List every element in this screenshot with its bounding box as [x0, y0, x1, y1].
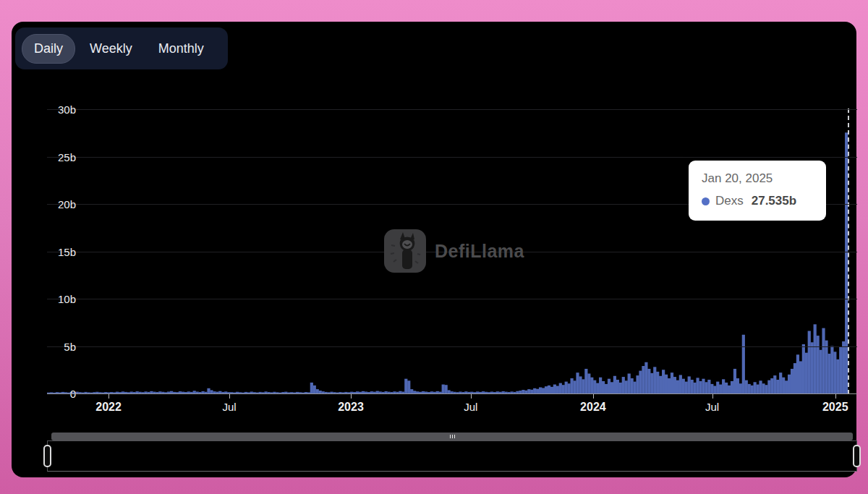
gridline	[47, 157, 857, 158]
datazoom-right-handle[interactable]	[853, 445, 861, 467]
x-axis-label: 2024	[580, 401, 606, 414]
x-axis-tick	[109, 394, 109, 399]
grip-icon	[450, 435, 451, 438]
y-axis-label: 15b	[25, 246, 76, 258]
tooltip-series-value: 27.535b	[752, 194, 796, 208]
x-axis-tick	[351, 394, 352, 399]
plot-area[interactable]: 30b25b20b15b10b5b0	[47, 109, 857, 393]
x-axis-label: Jul	[705, 401, 719, 413]
x-axis-label: Jul	[222, 401, 236, 413]
x-axis-line	[47, 393, 857, 394]
series-dot-icon	[702, 197, 710, 205]
gridline	[47, 299, 857, 299]
x-axis-tick	[593, 394, 594, 399]
chart-panel: DailyWeeklyMonthly 30b25b20b15b10b5b0 20…	[12, 22, 856, 477]
datazoom-left-handle[interactable]	[43, 445, 51, 467]
x-axis-label: Jul	[464, 401, 477, 413]
x-axis-tick	[712, 394, 713, 399]
gridline	[47, 346, 857, 347]
x-axis-tick	[229, 394, 230, 399]
x-axis-tick	[471, 394, 472, 399]
tooltip-series-name: Dexs	[715, 194, 744, 208]
y-axis-label: 5b	[25, 341, 76, 353]
tooltip-date: Jan 20, 2025	[702, 171, 813, 186]
chart-tooltip: Jan 20, 2025 Dexs 27.535b	[689, 161, 826, 221]
y-axis-label: 30b	[25, 103, 76, 116]
x-axis-label: 2025	[822, 401, 848, 414]
gridline	[47, 252, 857, 252]
gridline	[47, 109, 857, 110]
datazoom-window[interactable]	[47, 440, 857, 472]
x-axis-label: 2023	[338, 401, 364, 414]
y-axis-label: 10b	[25, 293, 76, 305]
y-axis-label: 25b	[25, 151, 76, 163]
x-axis-label: 2022	[95, 401, 122, 414]
dexs-volume-chart[interactable]: 30b25b20b15b10b5b0 2022Jul2023Jul2024Jul…	[12, 22, 856, 477]
y-axis-label: 20b	[25, 198, 76, 210]
datazoom-scrollbar[interactable]	[51, 433, 853, 440]
x-axis-tick	[835, 394, 836, 399]
